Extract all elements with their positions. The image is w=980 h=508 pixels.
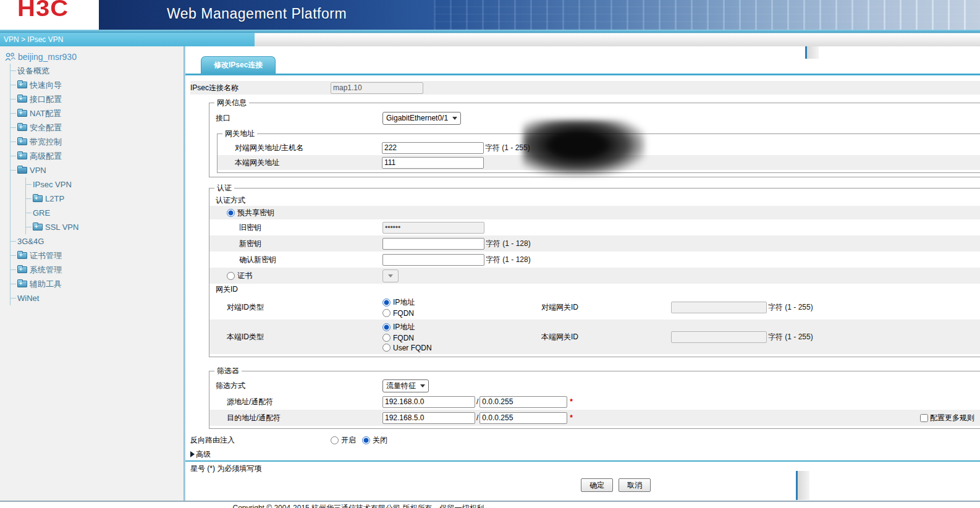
sidebar-item-quick-wizard[interactable]: 快速向导 xyxy=(11,78,184,92)
cancel-button[interactable]: 取消 xyxy=(619,478,651,492)
interface-row: 接口 GigabitEthernet0/1 xyxy=(209,109,980,127)
interface-label: 接口 xyxy=(209,113,382,124)
source-addr-input[interactable] xyxy=(382,396,475,408)
local-id-fqdn-option[interactable]: FQDN xyxy=(382,334,535,342)
scrollbar-artifact-top xyxy=(805,46,819,59)
local-gateway-id-label: 本端网关ID xyxy=(541,332,671,342)
sidebar-item-label: IPsec VPN xyxy=(33,180,72,189)
local-gateway-input[interactable] xyxy=(382,157,484,169)
folder-icon xyxy=(17,82,27,88)
interface-select[interactable]: GigabitEthernet0/1 xyxy=(382,112,461,125)
sidebar-item-nat-config[interactable]: NAT配置 xyxy=(11,106,184,121)
local-gateway-label: 本端网关地址 xyxy=(218,158,382,168)
sidebar-item-label: 安全配置 xyxy=(30,122,62,133)
old-key-label: 旧密钥 xyxy=(209,222,382,233)
sidebar-item-cert-management[interactable]: 证书管理 xyxy=(11,248,184,263)
more-rules-option[interactable]: 配置更多规则 xyxy=(920,413,974,423)
cert-label: 证书 xyxy=(237,271,252,281)
footer: Copyright © 2004-2015 杭州华三通信技术有限公司 版权所有，… xyxy=(0,501,980,508)
sidebar-item-label: 辅助工具 xyxy=(30,279,62,290)
reverse-route-off-radio[interactable] xyxy=(362,436,370,444)
h3c-logo-text: H3C xyxy=(17,0,69,21)
radio-label: FQDN xyxy=(393,334,414,342)
sidebar-item-device-overview[interactable]: 设备概览 xyxy=(11,64,184,78)
reverse-route-row: 反向路由注入 开启 关闭 xyxy=(190,433,980,447)
local-id-userfqdn-radio[interactable] xyxy=(382,344,391,352)
local-id-row: 本端ID类型 IP地址 FQDN User FQDN 本端网关ID 字符 (1 … xyxy=(209,320,980,354)
local-gateway-id-hint: 字符 (1 - 255) xyxy=(768,332,813,342)
sidebar-item-label: NAT配置 xyxy=(30,108,61,119)
tree-level-2: IPsec VPN L2TP GRE SSL VPN xyxy=(25,177,184,234)
sidebar-item-winet[interactable]: WiNet xyxy=(11,291,184,305)
ok-button[interactable]: 确定 xyxy=(581,478,613,492)
peer-id-fqdn-option[interactable]: FQDN xyxy=(382,309,535,318)
psk-radio[interactable] xyxy=(227,209,235,217)
nav-tree: beijing_msr930 设备概览 快速向导 接口配置 NAT配置 安全配置… xyxy=(5,50,184,305)
chevron-down-icon xyxy=(452,117,457,120)
h3c-logo: H3C xyxy=(0,0,99,30)
advanced-expander[interactable]: 高级 xyxy=(190,449,980,460)
local-id-fqdn-radio[interactable] xyxy=(382,334,391,342)
reverse-route-off-option[interactable]: 关闭 xyxy=(362,435,387,446)
sidebar-item-ipsec-vpn[interactable]: IPsec VPN xyxy=(26,177,184,192)
slash-separator: / xyxy=(476,413,478,422)
reverse-route-on-option[interactable]: 开启 xyxy=(331,435,356,446)
peer-id-ip-option[interactable]: IP地址 xyxy=(382,297,535,308)
psk-option[interactable]: 预共享密钥 xyxy=(209,208,274,218)
peer-id-fqdn-radio[interactable] xyxy=(382,309,391,317)
more-rules-label: 配置更多规则 xyxy=(930,413,974,423)
gateway-info-fieldset: 网关信息 接口 GigabitEthernet0/1 网关地址 对端网关地址/主… xyxy=(209,98,980,177)
filter-mode-label: 筛选方式 xyxy=(209,381,382,391)
dest-addr-row: 目的地址/通配符 / * 配置更多规则 xyxy=(209,410,980,426)
sidebar-item-aux-tools[interactable]: 辅助工具 xyxy=(11,277,184,291)
peer-id-ip-radio[interactable] xyxy=(382,298,391,307)
filter-fieldset: 筛选器 筛选方式 流量特征 源地址/通配符 / * 目的地址/通配符 xyxy=(209,366,980,429)
dest-wildcard-input[interactable] xyxy=(479,412,567,424)
dest-addr-input[interactable] xyxy=(382,412,475,424)
psk-row: 预共享密钥 xyxy=(209,206,980,219)
sidebar-item-interface-config[interactable]: 接口配置 xyxy=(11,92,184,106)
source-addr-label: 源地址/通配符 xyxy=(209,397,382,407)
peer-gateway-input[interactable] xyxy=(382,142,484,154)
local-id-userfqdn-option[interactable]: User FQDN xyxy=(382,344,535,352)
new-key-label: 新密钥 xyxy=(209,239,382,249)
tab-modify-ipsec-connection[interactable]: 修改IPsec连接 xyxy=(201,56,276,74)
sidebar-item-advanced-config[interactable]: 高级配置 xyxy=(11,149,184,163)
sidebar-item-gre[interactable]: GRE xyxy=(26,206,184,220)
sidebar-item-vpn[interactable]: VPN xyxy=(11,163,184,177)
filter-mode-select[interactable]: 流量特征 xyxy=(382,379,429,392)
source-wildcard-input[interactable] xyxy=(479,396,567,408)
local-id-ip-radio[interactable] xyxy=(382,323,391,331)
sidebar-item-label: VPN xyxy=(30,166,46,175)
cert-option[interactable]: 证书 xyxy=(209,271,382,281)
sidebar-item-3g4g[interactable]: 3G&4G xyxy=(11,234,184,248)
sidebar-item-label: 证书管理 xyxy=(30,250,62,261)
breadcrumb-spacer xyxy=(255,33,980,46)
sidebar-item-ssl-vpn[interactable]: SSL VPN xyxy=(26,220,184,234)
more-rules-checkbox[interactable] xyxy=(920,414,928,422)
cert-radio[interactable] xyxy=(227,272,235,280)
local-id-ip-option[interactable]: IP地址 xyxy=(382,322,535,332)
sidebar-item-l2tp[interactable]: L2TP xyxy=(26,192,184,206)
connection-name-input xyxy=(331,82,423,94)
connection-name-row: IPsec连接名称 xyxy=(190,81,980,95)
sidebar-item-label: GRE xyxy=(33,208,50,218)
sidebar-item-system-management[interactable]: 系统管理 xyxy=(11,263,184,277)
confirm-key-input[interactable] xyxy=(382,254,484,266)
confirm-key-row: 确认新密钥 字符 (1 - 128) xyxy=(209,252,980,268)
filter-legend: 筛选器 xyxy=(214,366,242,376)
tab-underline xyxy=(185,74,980,75)
advanced-divider xyxy=(185,460,980,462)
sidebar-item-security-config[interactable]: 安全配置 xyxy=(11,121,184,135)
tree-level-1: 设备概览 快速向导 接口配置 NAT配置 安全配置 带宽控制 高级配置 VPN … xyxy=(10,64,184,305)
sidebar-item-device-root[interactable]: beijing_msr930 xyxy=(5,50,184,64)
peer-gateway-id-label: 对端网关ID xyxy=(541,302,671,313)
reverse-route-label: 反向路由注入 xyxy=(190,435,331,446)
sidebar-item-bandwidth-control[interactable]: 带宽控制 xyxy=(11,135,184,149)
new-key-input[interactable] xyxy=(382,238,484,250)
auth-fieldset: 认证 认证方式 预共享密钥 旧密钥 新密钥 字符 (1 xyxy=(209,183,980,357)
radio-label: FQDN xyxy=(393,309,414,318)
auth-method-row: 认证方式 xyxy=(209,195,980,206)
reverse-route-on-radio[interactable] xyxy=(331,436,339,444)
folder-icon xyxy=(33,195,43,202)
